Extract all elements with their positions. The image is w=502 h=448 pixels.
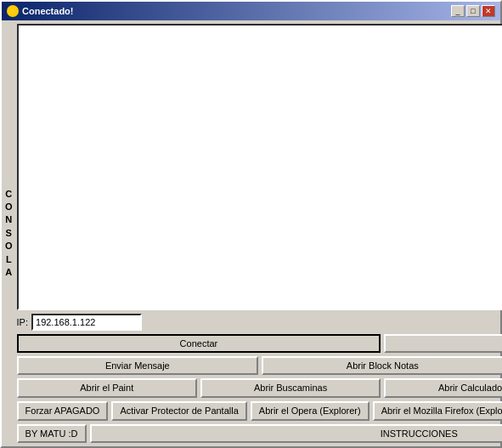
last-row: BY MATU :D INSTRUCCIONES <box>17 424 502 443</box>
main-area: ▲ ▼ IP: Conectar Desconectar Enviar Mens… <box>17 24 502 443</box>
ip-label: IP: <box>17 317 28 327</box>
ip-row: IP: <box>17 314 502 331</box>
desconectar-button[interactable]: Desconectar <box>384 334 502 353</box>
title-bar: ⚡ Conectado! _ □ ✕ <box>2 2 500 20</box>
row3: Abrir el Paint Abrir Buscaminas Abrir Ca… <box>17 378 502 398</box>
connect-row: Conectar Desconectar <box>17 334 502 353</box>
window-title: Conectado! <box>22 6 74 16</box>
mozilla-button[interactable]: Abrir el Mozilla Firefox (Explorer) <box>373 401 502 421</box>
apagado-button[interactable]: Forzar APAGADO <box>17 401 109 421</box>
maximize-button[interactable]: □ <box>466 5 480 17</box>
row2: Enviar Mensaje Abrir Block Notas Abrir C… <box>17 356 502 375</box>
by-label: BY MATU :D <box>17 424 87 443</box>
buscaminas-button[interactable]: Abrir Buscaminas <box>200 378 381 398</box>
console-output: ▲ ▼ <box>17 24 502 310</box>
enviar-button[interactable]: Enviar Mensaje <box>17 356 258 375</box>
row4: Forzar APAGADO Activar Protector de Pant… <box>17 401 502 421</box>
opera-button[interactable]: Abrir el Opera (Explorer) <box>251 401 369 421</box>
window-content: C O N S O L A ▲ ▼ IP: <box>2 20 500 446</box>
console-label: C O N S O L A <box>5 24 14 443</box>
instrucciones-button[interactable]: INSTRUCCIONES <box>90 424 503 443</box>
paint-button[interactable]: Abrir el Paint <box>17 378 197 398</box>
calculadora-button[interactable]: Abrir Calculadora <box>384 378 502 398</box>
conectar-button[interactable]: Conectar <box>17 334 381 353</box>
main-window: ⚡ Conectado! _ □ ✕ C O N S O L A ▲ <box>0 0 502 448</box>
title-buttons: _ □ ✕ <box>451 5 495 17</box>
protector-button[interactable]: Activar Protector de Pantalla <box>111 401 246 421</box>
window-icon: ⚡ <box>7 5 19 17</box>
minimize-button[interactable]: _ <box>451 5 465 17</box>
block-notas-button[interactable]: Abrir Block Notas <box>262 356 502 375</box>
ip-input[interactable] <box>31 314 142 331</box>
title-bar-left: ⚡ Conectado! <box>7 5 74 17</box>
close-button[interactable]: ✕ <box>482 5 495 17</box>
